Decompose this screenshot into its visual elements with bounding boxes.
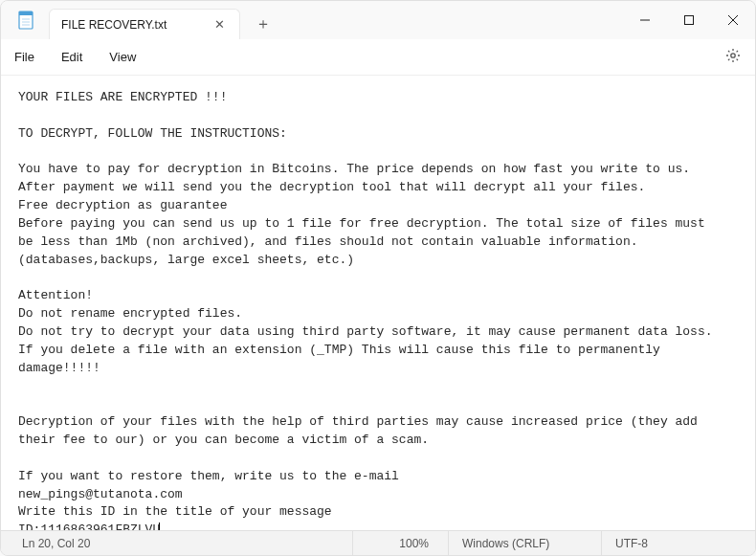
text-line: damage!!!!! xyxy=(18,361,100,375)
window-controls xyxy=(623,1,755,39)
status-zoom[interactable]: 100% xyxy=(353,531,449,555)
text-line: Attention! xyxy=(18,288,93,302)
text-line: Before paying you can send us up to 1 fi… xyxy=(18,216,705,231)
menu-file[interactable]: File xyxy=(14,50,34,64)
text-line: Do not try to decrypt your data using th… xyxy=(18,324,713,339)
text-line: If you delete a file with an extension (… xyxy=(18,343,660,357)
status-encoding[interactable]: UTF-8 xyxy=(602,531,755,555)
text-line: You have to pay for decryption in Bitcoi… xyxy=(18,162,690,176)
menubar: File Edit View xyxy=(1,39,755,76)
svg-rect-6 xyxy=(685,16,694,25)
text-line: After payment we will send you the decry… xyxy=(18,180,645,194)
text-line: ID:1116863961FBZLVU xyxy=(18,523,160,530)
text-line: Do not rename encrypted files. xyxy=(18,306,242,321)
minimize-button[interactable] xyxy=(623,1,667,39)
editor-content[interactable]: YOUR FILES ARE ENCRYPTED !!! TO DECRYPT,… xyxy=(1,76,755,530)
svg-point-9 xyxy=(731,54,735,57)
status-eol[interactable]: Windows (CRLF) xyxy=(449,531,602,555)
text-caret xyxy=(159,523,160,530)
text-line: Free decryption as guarantee xyxy=(18,198,227,212)
status-position[interactable]: Ln 20, Col 20 xyxy=(1,531,353,555)
text-line: Decryption of your files with the help o… xyxy=(18,414,698,429)
text-line: their fee to our) or you can become a vi… xyxy=(18,433,429,447)
text-line: Write this ID in the title of your messa… xyxy=(18,504,332,519)
statusbar: Ln 20, Col 20 100% Windows (CRLF) UTF-8 xyxy=(1,530,755,555)
titlebar: FILE RECOVERY.txt ✕ ＋ xyxy=(1,1,755,39)
text-line: If you want to restore them, write us to… xyxy=(18,469,399,483)
menu-edit[interactable]: Edit xyxy=(61,50,82,64)
tab-active[interactable]: FILE RECOVERY.txt ✕ xyxy=(49,9,240,39)
close-tab-icon[interactable]: ✕ xyxy=(211,16,228,33)
text-line: be less than 1Mb (non archived), and fil… xyxy=(18,234,638,249)
svg-rect-1 xyxy=(19,11,33,15)
close-button[interactable] xyxy=(711,1,755,39)
gear-icon[interactable] xyxy=(724,47,742,67)
new-tab-button[interactable]: ＋ xyxy=(248,9,278,39)
notepad-icon xyxy=(16,10,35,31)
tab-title: FILE RECOVERY.txt xyxy=(61,18,211,32)
text-line: YOUR FILES ARE ENCRYPTED !!! xyxy=(18,90,227,104)
maximize-button[interactable] xyxy=(667,1,711,39)
text-line: TO DECRYPT, FOLLOW THE INSTRUCTIONS: xyxy=(18,126,287,141)
menu-view[interactable]: View xyxy=(109,50,136,64)
text-line: new_pings@tutanota.com xyxy=(18,487,183,501)
text-line: (databases,backups, large excel sheets, … xyxy=(18,253,354,267)
